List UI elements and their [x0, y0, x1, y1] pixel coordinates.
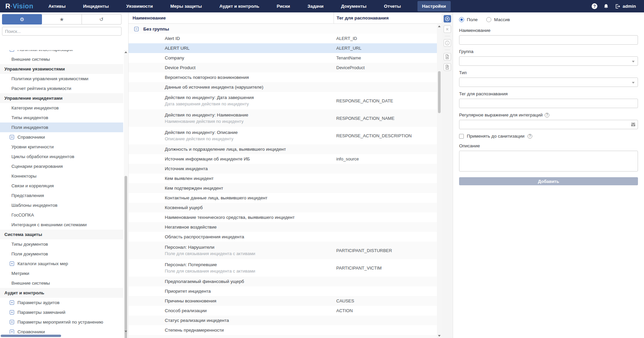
table-row[interactable]: Данные об источнике инцидента (нарушител…: [129, 82, 437, 92]
description-textarea[interactable]: [459, 151, 638, 172]
main-menu-item[interactable]: Отчеты: [383, 1, 402, 11]
table-row[interactable]: Кем подтвержден инцидент: [129, 183, 437, 193]
main-menu-item[interactable]: Инциденты: [82, 1, 110, 11]
sidebar-scrollbar[interactable]: [124, 50, 128, 334]
sidebar-h-scrollbar[interactable]: [0, 334, 123, 338]
tree-item[interactable]: Уровни критичности: [0, 142, 123, 152]
expand-plus-icon[interactable]: [10, 261, 14, 266]
tree-item[interactable]: Управление уязвимостями: [0, 64, 123, 74]
expand-plus-icon[interactable]: [10, 50, 14, 52]
table-row[interactable]: Негативное воздействие: [129, 222, 437, 232]
table-row[interactable]: Область распространения инцидента: [129, 232, 437, 242]
tree-item[interactable]: Категории инцидентов: [0, 103, 123, 113]
tree-item[interactable]: Параметры замечаний: [0, 307, 123, 317]
table-row[interactable]: Статус реализации инцидента: [129, 316, 437, 325]
collapse-minus-icon[interactable]: [134, 27, 139, 31]
expand-plus-icon[interactable]: [10, 300, 14, 305]
expand-plus-icon[interactable]: [10, 320, 14, 324]
scroll-up-icon[interactable]: [438, 26, 441, 27]
table-row[interactable]: Косвенный ущерб: [129, 203, 437, 212]
info-button[interactable]: [444, 39, 451, 47]
tree-item[interactable]: Управление инцидентами: [0, 93, 123, 103]
tree-item[interactable]: Циклы обработки инцидентов: [0, 152, 123, 161]
column-header-tag[interactable]: Тег для распознавания: [334, 12, 442, 23]
table-row[interactable]: Причины возникновения CAUSES: [129, 296, 437, 306]
main-menu-item[interactable]: Меры защиты: [169, 1, 203, 11]
sidebar-h-scrollbar-thumb[interactable]: [1, 335, 61, 337]
tag-input[interactable]: [459, 99, 638, 108]
main-menu-item[interactable]: Уязвимости: [125, 1, 154, 11]
main-menu-item[interactable]: Задачи: [306, 1, 325, 11]
expand-plus-icon[interactable]: [10, 330, 14, 334]
table-row[interactable]: Company TenantName: [129, 53, 437, 63]
table-row[interactable]: Персонал: Потерпевшие Поле для связывани…: [129, 259, 437, 277]
table-row[interactable]: Кем выявлен инцидент: [129, 174, 437, 183]
table-scrollbar[interactable]: [437, 24, 442, 338]
export-button[interactable]: [444, 63, 451, 71]
table-scrollbar-thumb[interactable]: [438, 71, 441, 113]
sanitize-checkbox[interactable]: [459, 134, 464, 139]
tree-item[interactable]: Каталоги защитных мер: [0, 259, 123, 269]
tree-item[interactable]: Представления: [0, 191, 123, 200]
scroll-up-icon[interactable]: [125, 51, 127, 53]
tree-item[interactable]: Типы документов: [0, 239, 123, 249]
group-row[interactable]: Без группы: [129, 24, 437, 34]
column-header-name[interactable]: Наименование: [129, 12, 334, 23]
search-input[interactable]: [2, 27, 121, 36]
import-button[interactable]: [444, 53, 451, 60]
tree-item[interactable]: Справочники: [0, 327, 123, 334]
table-row[interactable]: Действия по инциденту: Наименование Наим…: [129, 109, 437, 127]
tree-item[interactable]: Внешние системы: [0, 278, 123, 288]
help-icon[interactable]: ?: [592, 3, 597, 9]
mode-radio[interactable]: Поле: [459, 17, 478, 22]
tree-item[interactable]: Интеграция с внешними системами: [0, 220, 123, 230]
tree-item[interactable]: Система защиты: [0, 230, 123, 239]
tree-item[interactable]: Параметры мероприятий по устранению: [0, 317, 123, 327]
tree-item[interactable]: Политики инвентаризации: [0, 50, 123, 54]
table-row[interactable]: ALERT URL ALERT_URL: [129, 43, 437, 53]
table-row[interactable]: Способ реализации ACTION: [129, 306, 437, 316]
table-row[interactable]: Наименование технического средства, выяв…: [129, 212, 437, 222]
tree-item[interactable]: Внешние системы: [0, 54, 123, 64]
question-icon[interactable]: [528, 134, 532, 139]
table-row[interactable]: Действия по инциденту: Дата завершения Д…: [129, 92, 437, 109]
table-row[interactable]: Предполагаемый финансовый ущерб: [129, 277, 437, 286]
tree-item[interactable]: Справочники: [0, 132, 123, 142]
table-row[interactable]: Источник информации об инциденте ИБ info…: [129, 154, 437, 164]
tree-item[interactable]: Связи и корреляция: [0, 181, 123, 191]
expand-plus-icon[interactable]: [10, 310, 14, 315]
table-row[interactable]: Должность и подразделение лица, выявивше…: [129, 144, 437, 154]
table-row[interactable]: Уровень ущерба (качественная оценка) IMP…: [129, 335, 437, 338]
main-menu-item[interactable]: Активы: [47, 1, 66, 11]
tree-item[interactable]: Параметры аудитов: [0, 298, 123, 307]
tree-item[interactable]: Коннекторы: [0, 171, 123, 181]
tree-item[interactable]: Политики управления уязвимостями: [0, 74, 123, 84]
tree-item[interactable]: Расчет рейтинга уязвимости: [0, 84, 123, 93]
scroll-down-icon[interactable]: [125, 331, 127, 332]
tree-item[interactable]: ГосСОПКА: [0, 210, 123, 220]
tab-history[interactable]: ↺: [82, 14, 121, 25]
main-menu-item[interactable]: Документы: [340, 1, 367, 11]
main-menu-item[interactable]: Настройки: [417, 1, 451, 11]
type-select[interactable]: [459, 78, 638, 87]
table-row[interactable]: Alert ID ALERT_ID: [129, 34, 437, 43]
expand-plus-icon[interactable]: [10, 135, 14, 139]
add-button[interactable]: Добавить: [459, 177, 638, 185]
tree-item[interactable]: Поля инцидентов: [0, 123, 123, 132]
sidebar-scrollbar-thumb[interactable]: [125, 176, 127, 338]
table-row[interactable]: Действия по инциденту: Описание Описание…: [129, 127, 437, 144]
table-row[interactable]: Вероятность повторного возникновения: [129, 73, 437, 82]
bell-icon[interactable]: [603, 4, 609, 9]
table-row[interactable]: Device Product DeviceProduct: [129, 63, 437, 73]
user-menu[interactable]: admin: [615, 4, 636, 9]
main-menu-item[interactable]: Аудит и контроль: [218, 1, 260, 11]
tree-item[interactable]: Сценарии реагирования: [0, 161, 123, 171]
group-select[interactable]: [459, 56, 638, 66]
add-field-button[interactable]: [444, 15, 451, 22]
tree-item[interactable]: Метрики: [0, 269, 123, 278]
table-row[interactable]: Персонал: Нарушители Поле для связывания…: [129, 242, 437, 259]
tree-item[interactable]: Шаблоны инцидентов: [0, 200, 123, 210]
table-row[interactable]: Степень преднамеренности: [129, 325, 437, 335]
table-row[interactable]: Источник инцидента: [129, 164, 437, 174]
tree-item[interactable]: Типы инцидентов: [0, 113, 123, 123]
